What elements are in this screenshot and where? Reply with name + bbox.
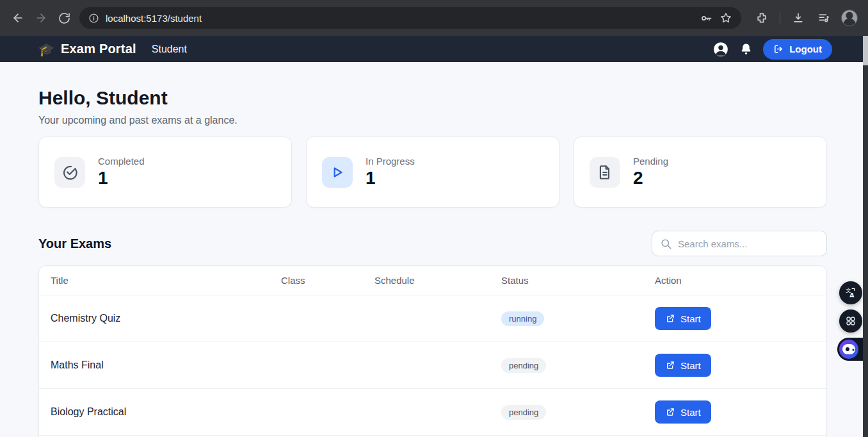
brand-title: Exam Portal xyxy=(61,42,136,56)
grid-circles-icon xyxy=(844,315,857,327)
downloads-button[interactable] xyxy=(787,6,810,29)
back-arrow-icon xyxy=(12,12,24,24)
logout-icon xyxy=(773,44,784,54)
graduation-cap-logo-icon: 🎓 xyxy=(38,42,54,57)
profile-avatar xyxy=(841,10,858,26)
external-link-icon xyxy=(665,407,675,417)
logout-button[interactable]: Logout xyxy=(763,39,832,60)
start-button[interactable]: Start xyxy=(655,307,711,330)
reload-icon xyxy=(58,12,70,24)
stat-label: Completed xyxy=(98,156,145,167)
column-header-title: Title xyxy=(51,275,281,286)
external-link-icon xyxy=(665,360,675,370)
stat-label: Pending xyxy=(633,156,668,167)
table-row: Chemistry Quiz running Start xyxy=(39,295,826,342)
stat-icon-tile xyxy=(54,157,85,188)
search-icon xyxy=(660,238,672,250)
page-subtitle: Your upcoming and past exams at a glance… xyxy=(38,113,827,128)
table-row: Maths Final pending Start xyxy=(39,342,826,389)
stat-card-completed: Completed 1 xyxy=(38,136,292,208)
reload-button[interactable] xyxy=(52,6,76,29)
status-badge: pending xyxy=(501,358,546,373)
stat-icon-tile xyxy=(322,157,353,188)
check-circle-icon xyxy=(61,164,78,181)
password-key-icon[interactable] xyxy=(700,12,713,25)
browser-menu-button[interactable] xyxy=(864,6,868,29)
start-button[interactable]: Start xyxy=(655,354,711,377)
media-controls-button[interactable] xyxy=(812,6,835,29)
stat-value: 1 xyxy=(98,168,145,188)
exams-section-header: Your Exams xyxy=(38,231,827,256)
stat-card-pending: Pending 2 xyxy=(574,136,827,208)
apps-widget-button[interactable] xyxy=(839,309,862,333)
start-label: Start xyxy=(680,407,701,418)
translate-icon: 文 A xyxy=(844,286,857,299)
page-scrollbar[interactable] xyxy=(863,36,868,437)
status-badge: running xyxy=(501,311,544,326)
translate-widget-button[interactable]: 文 A xyxy=(839,281,862,304)
column-header-schedule: Schedule xyxy=(374,275,501,286)
status-badge: pending xyxy=(501,405,546,420)
role-label: Student xyxy=(152,44,187,55)
exams-table: Title Class Schedule Status Action Chemi… xyxy=(38,265,827,437)
site-info-icon[interactable] xyxy=(88,13,99,24)
external-link-icon xyxy=(665,313,675,324)
stat-value: 2 xyxy=(633,168,668,188)
bookmark-star-icon[interactable] xyxy=(719,12,732,24)
extensions-button[interactable] xyxy=(750,6,773,29)
column-header-class: Class xyxy=(281,275,374,286)
forward-arrow-icon xyxy=(35,12,47,24)
logout-label: Logout xyxy=(789,44,822,54)
exam-title: Maths Final xyxy=(51,359,281,371)
column-header-action: Action xyxy=(655,275,826,286)
stat-value: 1 xyxy=(366,168,415,188)
svg-text:A: A xyxy=(849,292,855,299)
scrollbar-thumb[interactable] xyxy=(863,36,868,65)
exam-title: Chemistry Quiz xyxy=(51,313,281,324)
stat-icon-tile xyxy=(590,157,620,188)
toolbar-separator xyxy=(780,12,780,24)
page-title: Hello, Student xyxy=(38,87,827,110)
exam-title: Biology Practical xyxy=(51,406,281,418)
navbar-right-cluster: Logout xyxy=(712,39,832,60)
forward-button[interactable] xyxy=(29,6,52,29)
search-box[interactable] xyxy=(652,231,827,256)
media-playlist-icon xyxy=(817,12,830,24)
play-icon xyxy=(329,164,346,181)
student-dashboard: Hello, Student Your upcoming and past ex… xyxy=(0,62,868,437)
assistant-mascot-icon xyxy=(839,340,858,359)
stat-card-in-progress: In Progress 1 xyxy=(306,136,559,208)
profile-button[interactable] xyxy=(838,6,861,29)
search-input[interactable] xyxy=(678,238,819,249)
stats-row: Completed 1 In Progress 1 Pending 2 xyxy=(38,136,827,208)
stat-label: In Progress xyxy=(366,156,415,167)
back-button[interactable] xyxy=(6,6,29,29)
browser-toolbar: localhost:5173/student xyxy=(0,0,868,36)
exams-section-title: Your Exams xyxy=(38,236,111,251)
column-header-status: Status xyxy=(501,275,655,286)
file-text-icon xyxy=(597,164,613,181)
start-label: Start xyxy=(680,360,701,371)
user-circle-icon[interactable] xyxy=(712,41,729,58)
download-icon xyxy=(792,12,805,24)
toolbar-right-cluster xyxy=(750,6,868,29)
app-navbar: 🎓 Exam Portal Student Logout xyxy=(0,36,868,62)
bell-icon[interactable] xyxy=(739,42,753,56)
url-text[interactable]: localhost:5173/student xyxy=(106,13,693,24)
start-label: Start xyxy=(680,313,701,324)
address-bar[interactable]: localhost:5173/student xyxy=(79,7,741,29)
table-header-row: Title Class Schedule Status Action xyxy=(39,266,826,295)
table-row: Biology Practical pending Start xyxy=(39,389,826,436)
start-button[interactable]: Start xyxy=(655,400,711,424)
extensions-puzzle-icon xyxy=(755,12,768,24)
